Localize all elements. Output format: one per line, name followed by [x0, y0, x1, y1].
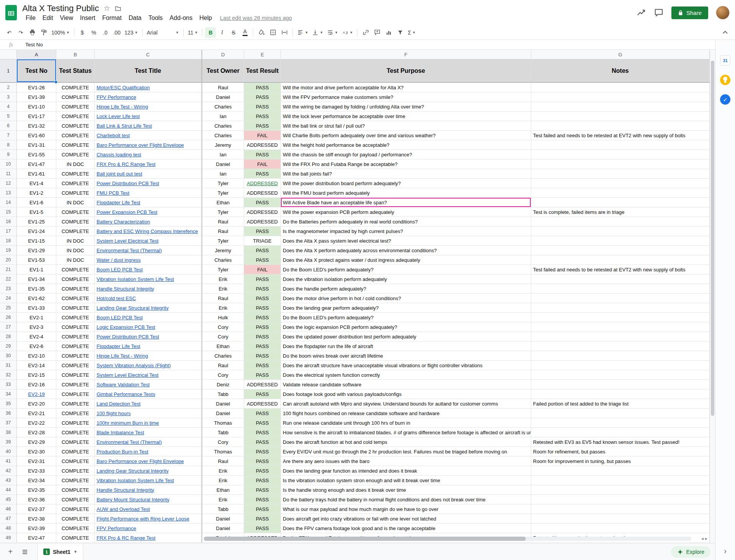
- cell-notes[interactable]: [531, 274, 710, 284]
- cell-test-result[interactable]: PASS: [244, 322, 281, 332]
- cell-test-no[interactable]: EV2-39: [17, 524, 56, 533]
- cell-notes[interactable]: Test failed and needs to be retested at …: [531, 131, 710, 140]
- cell-test-title[interactable]: Ball joint pull out test: [95, 169, 202, 179]
- horizontal-align-dropdown[interactable]: ▼: [295, 27, 310, 38]
- cell-test-owner[interactable]: Raul: [202, 83, 244, 92]
- last-edit-link[interactable]: Last edit was 28 minutes ago: [220, 15, 292, 21]
- cell-test-title[interactable]: FPV Performance: [95, 524, 202, 533]
- cell-test-purpose[interactable]: Will the FRX Pro and Futaba Range be acc…: [281, 159, 531, 169]
- cell-test-status[interactable]: COMPLETE: [56, 83, 95, 92]
- menu-view[interactable]: View: [56, 14, 76, 22]
- vertical-scrollbar-thumb[interactable]: [711, 61, 714, 416]
- functions-dropdown[interactable]: Σ▼: [406, 27, 417, 38]
- row-number[interactable]: 15: [0, 207, 17, 217]
- document-title[interactable]: Alta X Testing Public: [22, 3, 99, 13]
- create-filter-button[interactable]: [395, 27, 405, 38]
- cell-test-result[interactable]: PASS: [244, 428, 281, 437]
- cell-test-purpose[interactable]: 100 flight hours combined on release can…: [281, 409, 531, 418]
- cell-test-owner[interactable]: Charles: [202, 131, 244, 140]
- insert-chart-button[interactable]: [383, 27, 394, 38]
- cell-test-purpose[interactable]: Is the handle strong enough and does it …: [281, 485, 531, 495]
- cell-test-no[interactable]: EV1-31: [17, 140, 56, 150]
- cell-notes[interactable]: [531, 198, 710, 207]
- cell-test-purpose[interactable]: Do the Boom LED's perform adequately?: [281, 265, 531, 274]
- cell-notes[interactable]: Test is complete, failed items are in tr…: [531, 207, 710, 217]
- cell-test-status[interactable]: COMPLETE: [56, 179, 95, 188]
- cell-test-title[interactable]: Ball Link & Strut Life Test: [95, 121, 202, 131]
- cell-test-purpose[interactable]: Does the electrical system function corr…: [281, 370, 531, 380]
- select-all-corner[interactable]: [0, 50, 17, 59]
- font-size-dropdown[interactable]: 11▼: [186, 27, 199, 38]
- cell-notes[interactable]: [531, 140, 710, 150]
- cell-test-owner[interactable]: Jeremy: [202, 140, 244, 150]
- row-number[interactable]: 37: [0, 418, 17, 428]
- cell-test-owner[interactable]: Daniel: [202, 92, 244, 102]
- menu-data[interactable]: Data: [125, 14, 145, 22]
- cell-test-result[interactable]: PASS: [244, 457, 281, 466]
- row-number[interactable]: 5: [0, 112, 17, 121]
- column-header-f[interactable]: F: [281, 50, 531, 59]
- cell-test-title[interactable]: Flopdapter Life Test: [95, 342, 202, 351]
- cell-test-no[interactable]: EV1-17: [17, 112, 56, 121]
- cell-notes[interactable]: Failed portion of test added to the tria…: [531, 399, 710, 409]
- cell-test-result[interactable]: PASS: [244, 409, 281, 418]
- cell-test-title[interactable]: Vibration Isolation System Life Test: [95, 476, 202, 485]
- cell-notes[interactable]: [531, 112, 710, 121]
- cell-test-purpose[interactable]: Every EV/DV unit must go through the 2 h…: [281, 447, 531, 457]
- insert-comment-button[interactable]: [372, 27, 382, 38]
- cell-test-owner[interactable]: Raul: [202, 227, 244, 236]
- header-cell-test-status[interactable]: Test Status: [56, 59, 95, 82]
- cell-test-no[interactable]: EV2-14: [17, 361, 56, 370]
- cell-test-purpose[interactable]: Will Charlie Bolts perform adequately ov…: [281, 131, 531, 140]
- share-button[interactable]: Share: [671, 7, 708, 19]
- cell-test-status[interactable]: COMPLETE: [56, 284, 95, 294]
- cell-test-result[interactable]: PASS: [244, 198, 281, 207]
- cell-test-result[interactable]: PASS: [244, 504, 281, 514]
- cell-notes[interactable]: [531, 236, 710, 246]
- cell-test-title[interactable]: FRX Pro & RC Range Test: [95, 159, 202, 169]
- cell-test-purpose[interactable]: Will the power expansion PCB perform ade…: [281, 207, 531, 217]
- cell-test-purpose[interactable]: Will the lock lever performance be accep…: [281, 112, 531, 121]
- font-dropdown[interactable]: Arial▼: [145, 27, 180, 38]
- cell-test-title[interactable]: System Level Electrical Test: [95, 236, 202, 246]
- cell-notes[interactable]: [531, 380, 710, 389]
- cell-test-title[interactable]: Flight Performance with Ring Lever Loose: [95, 514, 202, 524]
- cell-test-title[interactable]: Battery Characterization: [95, 217, 202, 227]
- cell-test-result[interactable]: PASS: [244, 466, 281, 476]
- row-number[interactable]: 21: [0, 265, 17, 274]
- cell-test-title[interactable]: Landing Gear Structural Integrity: [95, 466, 202, 476]
- fill-handle[interactable]: [54, 80, 57, 84]
- bold-button[interactable]: B: [205, 27, 216, 38]
- cell-test-owner[interactable]: Deniz: [202, 380, 244, 389]
- cell-test-status[interactable]: COMPLETE: [56, 92, 95, 102]
- italic-button[interactable]: I: [217, 27, 227, 38]
- text-wrap-dropdown[interactable]: ▼: [325, 27, 340, 38]
- cell-test-purpose[interactable]: Will the height hold performance be acce…: [281, 140, 531, 150]
- cell-test-owner[interactable]: Thomas: [202, 418, 244, 428]
- cell-test-status[interactable]: COMPLETE: [56, 389, 95, 399]
- menu-help[interactable]: Help: [196, 14, 215, 22]
- cell-test-status[interactable]: COMPLETE: [56, 150, 95, 159]
- cell-notes[interactable]: [531, 303, 710, 313]
- increase-decimal-button[interactable]: .00: [112, 27, 122, 38]
- avatar[interactable]: [716, 6, 730, 20]
- cell-test-no[interactable]: EV2-4: [17, 332, 56, 342]
- row-number[interactable]: 34: [0, 389, 17, 399]
- cell-test-result[interactable]: PASS: [244, 102, 281, 112]
- cell-test-no[interactable]: EV1-10: [17, 102, 56, 112]
- row-number[interactable]: 27: [0, 322, 17, 332]
- cell-test-title[interactable]: AUW and Overload Test: [95, 504, 202, 514]
- cell-test-owner[interactable]: Daniel: [202, 514, 244, 524]
- cell-notes[interactable]: [531, 524, 710, 533]
- cell-test-title[interactable]: Production Burn-in Test: [95, 447, 202, 457]
- cell-test-result[interactable]: FAIL: [244, 265, 281, 274]
- row-number[interactable]: 9: [0, 150, 17, 159]
- cell-test-owner[interactable]: Erik: [202, 476, 244, 485]
- row-number[interactable]: 44: [0, 485, 17, 495]
- row-number[interactable]: 47: [0, 514, 17, 524]
- row-number[interactable]: 49: [0, 533, 17, 543]
- cell-notes[interactable]: [531, 485, 710, 495]
- keep-icon[interactable]: [720, 75, 730, 85]
- row-number[interactable]: 18: [0, 236, 17, 246]
- cell-test-title[interactable]: Charliebolt test: [95, 131, 202, 140]
